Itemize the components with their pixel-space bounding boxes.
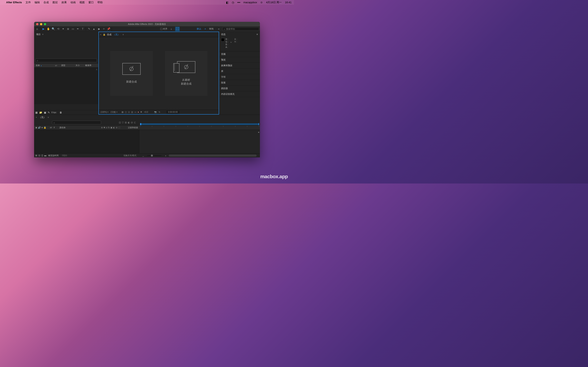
channel-icon[interactable]: ● (138, 111, 139, 113)
comp-mini-flowchart-icon[interactable]: ⊡ (119, 121, 121, 124)
minimize-window-button[interactable] (40, 23, 42, 25)
timecode-display[interactable]: 0:00:00:00 (166, 110, 179, 114)
motion-blur-icon[interactable]: ⊘ (131, 121, 133, 124)
resolution-dropdown[interactable]: (完整)▾ (111, 111, 117, 114)
project-list[interactable]: ⑃ (34, 67, 98, 104)
menubar-time[interactable]: 16:41 (285, 1, 292, 4)
comp-tab-label[interactable]: 合成 (107, 33, 112, 36)
switch-icon[interactable]: ⊛ (101, 126, 103, 129)
menu-edit[interactable]: 编辑 (35, 1, 40, 4)
menu-help[interactable]: 帮助 (97, 1, 103, 4)
workspace-default[interactable]: 默认 (195, 27, 203, 30)
timeline-search[interactable]: ⌕ (52, 121, 101, 124)
rotate-tool[interactable]: ✦ (61, 27, 65, 31)
selection-tool[interactable]: ▶ (41, 27, 46, 31)
menubar-user[interactable]: macappbox (243, 1, 257, 4)
workspace-menu-icon[interactable]: ≡ (205, 28, 206, 30)
eraser-tool[interactable]: ◆ (96, 27, 101, 31)
hand-tool[interactable]: ✋ (46, 27, 51, 31)
sort-arrow-icon[interactable]: ▴ (41, 65, 42, 67)
menu-window[interactable]: 窗口 (88, 1, 94, 4)
timeline-scrollbar[interactable] (169, 155, 257, 157)
snap-icon[interactable]: ⫰ (169, 27, 173, 31)
lock-col-icon[interactable]: 🔒 (43, 126, 46, 129)
sidebar-item-effects[interactable]: 效果和预设 (219, 63, 260, 68)
info-panel-menu-icon[interactable]: ≡ (257, 33, 258, 35)
sidebar-item-tracker[interactable]: 跟踪器 (219, 86, 260, 91)
zoom-tool[interactable]: 🔍 (51, 27, 56, 31)
toggle-switches-icon[interactable]: ⊞ (35, 154, 37, 157)
type-tool[interactable]: T (80, 27, 85, 31)
workspace-review[interactable]: 审阅 (208, 27, 215, 30)
sidebar-item-preview[interactable]: 预览 (219, 57, 260, 63)
sidebar-item-library[interactable]: 库 (219, 68, 260, 74)
bpc-label[interactable]: 8 bpc (52, 111, 56, 114)
project-panel-menu-icon[interactable]: ≡ (42, 33, 43, 35)
render-time-icon[interactable]: ▬ (44, 154, 46, 157)
tag-col-icon[interactable]: 🏷 (50, 126, 52, 129)
control-center-icon[interactable]: ⛭ (260, 1, 263, 4)
source-name-col[interactable]: 源名称 (60, 126, 66, 129)
stage-manager-icon[interactable]: ◧ (226, 1, 229, 4)
brush-tool[interactable]: ✎ (87, 27, 91, 31)
interpret-footage-icon[interactable]: ▦ (35, 111, 38, 114)
comp-panel-menu-icon[interactable]: ≡ (123, 33, 124, 36)
exposure-reset-icon[interactable]: ✺ (140, 111, 142, 113)
solo-icon[interactable]: ● (42, 126, 43, 129)
switch-icon[interactable]: ◐ (113, 126, 115, 129)
anchor-tool[interactable]: ⊕ (66, 27, 70, 31)
timeline-tab-close[interactable]: × (36, 116, 37, 118)
zoom-in-icon[interactable]: ▲ (165, 155, 167, 157)
comp-tab-close[interactable]: × (100, 33, 101, 36)
toggle-in-out-icon[interactable]: {} (42, 154, 43, 157)
timeline-tracks[interactable]: ◂ (139, 130, 260, 153)
more-icon[interactable]: ••• (237, 1, 240, 4)
col-fps[interactable]: 帧速率 (85, 64, 91, 67)
menubar-date[interactable]: 4月18日 周一 (266, 1, 282, 4)
toggle-modes-icon[interactable]: ⊡ (38, 154, 40, 157)
clone-tool[interactable]: ▲ (92, 27, 96, 31)
hash-col[interactable]: # (54, 126, 55, 129)
shy-icon[interactable]: ⊞ (125, 121, 127, 124)
frame-blend-icon[interactable]: ◐ (128, 121, 130, 124)
timeline-search-input[interactable] (56, 121, 100, 124)
delete-icon[interactable]: 🗑 (60, 111, 62, 114)
rect-tool[interactable]: ▭ (71, 27, 75, 31)
zoom-out-icon[interactable]: ▁ (143, 155, 144, 157)
switch-icon[interactable]: ⧄ (106, 126, 107, 129)
flowchart-icon[interactable]: ⑃ (96, 68, 97, 71)
sidebar-item-character[interactable]: 字符 (219, 74, 260, 80)
workspace-expand[interactable]: » (217, 27, 221, 30)
playhead[interactable] (140, 123, 141, 125)
switch-icon[interactable]: fx (108, 126, 110, 129)
maximize-window-button[interactable] (44, 23, 46, 25)
col-type[interactable]: 类型 (61, 64, 65, 67)
exposure-value[interactable]: +0.0 (144, 111, 148, 113)
new-folder-icon[interactable]: 📁 (39, 111, 42, 114)
clock-icon[interactable]: ◷ (232, 1, 234, 4)
timeline-zoom-slider[interactable] (147, 155, 162, 156)
snapshot-icon[interactable]: 📷 (154, 111, 156, 113)
toggle-switches-button[interactable]: 切换开关/模式 (123, 154, 136, 157)
guides-icon[interactable]: ▭ (134, 111, 136, 113)
timeline-layer-list[interactable] (34, 130, 139, 153)
help-search-input[interactable] (226, 28, 258, 30)
menu-composition[interactable]: 合成 (43, 1, 49, 4)
project-search-input[interactable] (39, 59, 95, 62)
puppet-tool[interactable]: 📌 (106, 27, 111, 31)
transparency-grid-icon[interactable]: ▦ (121, 111, 123, 113)
align-checkbox[interactable]: 对齐 (160, 27, 167, 30)
close-window-button[interactable] (36, 23, 38, 25)
orbit-tool[interactable]: ⟲ (56, 27, 61, 31)
menu-view[interactable]: 视图 (79, 1, 85, 4)
new-comp-icon[interactable]: ▣ (44, 111, 46, 114)
eye-icon[interactable]: ◉ (35, 126, 37, 129)
col-name[interactable]: 名称 (36, 64, 40, 67)
menu-effect[interactable]: 效果 (61, 1, 67, 4)
menu-file[interactable]: 文件 (26, 1, 31, 4)
marker-icon[interactable]: ◂ (258, 131, 259, 133)
speaker-icon[interactable]: 🔊 (38, 126, 41, 129)
menu-layer[interactable]: 图层 (52, 1, 58, 4)
new-composition-card[interactable]: 新建合成 (110, 51, 153, 96)
home-button[interactable]: ⌂ (35, 27, 39, 31)
